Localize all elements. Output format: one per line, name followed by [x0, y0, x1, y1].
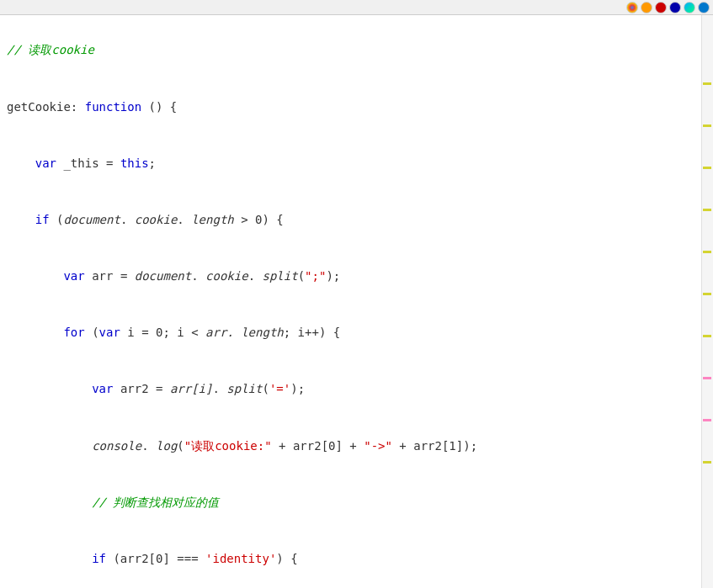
- split-1: split: [255, 267, 298, 285]
- scroll-mark-pink-2: [703, 419, 711, 421]
- dot2: .: [177, 210, 184, 229]
- indent3: [7, 267, 63, 285]
- line2-rest: () {: [141, 98, 177, 116]
- for-keyword: for: [63, 323, 84, 342]
- ie-icon[interactable]: [669, 2, 681, 13]
- code-line-10: if (arr2[0] === 'identity') {: [7, 549, 701, 568]
- dot4: .: [248, 267, 255, 285]
- code-line-5: var arr = document. cookie. split(";");: [7, 267, 701, 285]
- function-keyword: function: [85, 98, 141, 116]
- code-line-comment2: // 判断查找相对应的值: [7, 493, 701, 511]
- indent1: [7, 154, 35, 172]
- scroll-mark-pink-1: [703, 377, 711, 379]
- indent4: [7, 323, 63, 342]
- for-inc: ; i++) {: [284, 323, 340, 342]
- if-keyword-2: if: [92, 549, 106, 568]
- this-assign: _this =: [56, 154, 120, 172]
- concat2: + arr2[1]);: [392, 437, 477, 455]
- code-line-comment1: // 读取cookie: [7, 40, 701, 59]
- dot5: .: [212, 379, 219, 398]
- if2-open: (arr2[0] ===: [106, 549, 205, 568]
- scrollbar[interactable]: [701, 15, 713, 588]
- browser-icons: [626, 2, 710, 13]
- arr2-assign: arr2 =: [113, 379, 169, 398]
- scroll-mark-6: [703, 293, 711, 295]
- gt: > 0) {: [234, 210, 284, 229]
- var-keyword-3: var: [99, 323, 120, 342]
- indent6: [7, 437, 92, 455]
- log-1: log: [149, 437, 178, 455]
- split-arg1: (: [298, 267, 305, 285]
- code-container: // 读取cookie getCookie: function () { var…: [0, 15, 713, 588]
- scroll-mark-1: [703, 82, 711, 85]
- opera-icon[interactable]: [655, 2, 667, 13]
- cookie-1: cookie: [127, 210, 177, 229]
- indent2: [7, 210, 35, 229]
- chrome-icon[interactable]: [626, 2, 638, 13]
- indent8: [7, 549, 92, 568]
- cookie-2: cookie: [199, 267, 248, 285]
- var-keyword-1: var: [35, 154, 56, 172]
- log1-open: (: [177, 437, 184, 455]
- split-2: split: [220, 379, 263, 398]
- string-read-cookie: "读取cookie:": [184, 437, 272, 455]
- arr-length: arr. length: [205, 323, 284, 342]
- for-init: i = 0; i <: [120, 323, 205, 342]
- if2-close: ) {: [276, 549, 297, 568]
- code-line-2: getCookie: function () {: [7, 98, 701, 116]
- firefox-icon[interactable]: [641, 2, 652, 13]
- dot3: .: [191, 267, 198, 285]
- code-area: // 读取cookie getCookie: function () { var…: [0, 15, 701, 588]
- semi1: ;: [149, 154, 156, 172]
- dot1: .: [120, 210, 127, 229]
- code-line-6: for (var i = 0; i < arr. length; i++) {: [7, 323, 701, 342]
- if-keyword-1: if: [35, 210, 50, 229]
- concat1: + arr2[0] +: [272, 437, 364, 455]
- document-2: document: [135, 267, 191, 285]
- split-eq-open: (: [262, 379, 269, 398]
- document-1: document: [63, 210, 120, 229]
- split-close: );: [326, 267, 340, 285]
- string-identity: 'identity': [205, 549, 276, 568]
- scroll-mark-8: [703, 461, 711, 464]
- string-eq: '=': [269, 379, 290, 398]
- string-arrow1: "->": [364, 437, 392, 455]
- dot6: .: [141, 437, 148, 455]
- scroll-mark-2: [703, 124, 711, 127]
- var-keyword-4: var: [92, 379, 113, 398]
- indent7: [7, 493, 92, 511]
- edge-icon[interactable]: [698, 2, 710, 13]
- code-line-8: console. log("读取cookie:" + arr2[0] + "->…: [7, 437, 701, 455]
- for-start: (: [85, 323, 99, 342]
- comment-read-cookie: // 读取cookie: [7, 40, 94, 59]
- split-eq-close: );: [290, 379, 305, 398]
- var-keyword-2: var: [63, 267, 84, 285]
- scroll-mark-5: [703, 251, 711, 253]
- code-line-7: var arr2 = arr[i]. split('=');: [7, 379, 701, 398]
- string-semicolon: ";": [305, 267, 326, 285]
- getcookie-label: getCookie:: [7, 98, 85, 116]
- comment-find: // 判断查找相对应的值: [92, 493, 219, 511]
- scroll-mark-4: [703, 209, 711, 211]
- safari-icon[interactable]: [684, 2, 695, 13]
- length-1: length: [184, 210, 234, 229]
- this-keyword: this: [120, 154, 149, 172]
- paren1: (: [50, 210, 64, 229]
- code-line-4: if (document. cookie. length > 0) {: [7, 210, 701, 229]
- scroll-mark-7: [703, 335, 711, 337]
- scroll-mark-3: [703, 167, 711, 169]
- indent5: [7, 379, 92, 398]
- arr-assign: arr =: [85, 267, 135, 285]
- arr-i: arr[i]: [170, 379, 213, 398]
- console-1: console: [92, 437, 141, 455]
- code-line-3: var _this = this;: [7, 154, 701, 172]
- top-bar: [0, 0, 713, 15]
